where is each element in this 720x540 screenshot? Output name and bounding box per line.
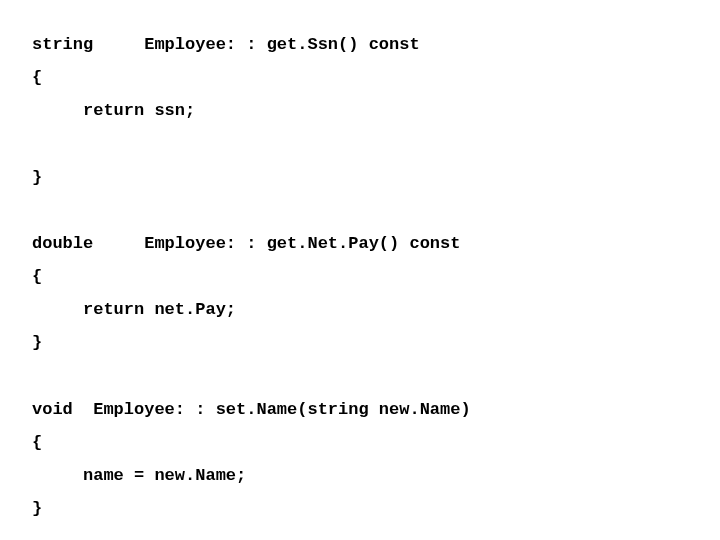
code-snippet: string Employee: : get.Ssn() const { ret… [0, 0, 720, 540]
